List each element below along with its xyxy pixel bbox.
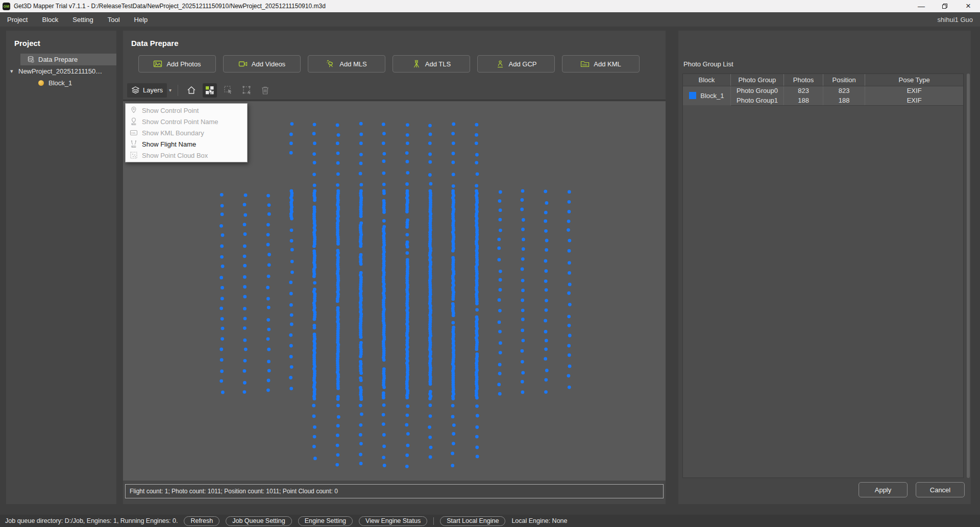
map-toolbar: Layers ▾ (123, 81, 666, 100)
svg-text:NAME: NAME (132, 146, 137, 148)
menu-bar: Project Block Setting Tool Help shihui1 … (0, 12, 980, 27)
col-photo-group[interactable]: Photo Group (730, 74, 783, 86)
svg-text:NAME: NAME (132, 123, 137, 125)
block-color-swatch (689, 92, 696, 99)
add-gcp-button[interactable]: Add GCP (477, 55, 555, 73)
table-header-row: Block Photo Group Photos Position Pose T… (683, 74, 963, 86)
button-label: Add MLS (339, 60, 366, 68)
tree-item-block-1[interactable]: Block_1 (6, 77, 116, 89)
menu-item-label: Show Control Point (142, 107, 199, 114)
window-title: Get3D Mapper Trial v7.1.1 - D:/ReleaseTe… (14, 3, 326, 10)
layers-menu: Show Control Point NAME Show Control Poi… (125, 103, 248, 162)
control-point-pin-icon (130, 106, 138, 114)
col-photos[interactable]: Photos (784, 74, 823, 86)
user-name: shihui1 Guo (938, 16, 980, 23)
project-panel-title: Project (6, 31, 116, 47)
scrollbar[interactable] (967, 74, 970, 478)
photo-group-list-title: Photo Group List (683, 60, 733, 68)
map-status-text: Flight count: 1; Photo count: 1011; Posi… (130, 488, 338, 495)
add-mls-button[interactable]: Add MLS (308, 55, 385, 73)
table-row[interactable]: Block_1 Photo Group0 823 823 EXIF (683, 86, 963, 95)
project-panel: Project Data Prepare ▾ NewProject_202512… (6, 31, 116, 504)
button-label: Add GCP (509, 60, 537, 68)
engine-setting-button[interactable]: Engine Setting (298, 516, 353, 526)
menu-item-show-point-cloud-box: Show Point Cloud Box (126, 150, 247, 161)
group-pose: EXIF (865, 86, 963, 95)
video-icon (238, 60, 248, 68)
menu-item-show-control-point: Show Control Point (126, 105, 247, 116)
photo-icon (153, 60, 162, 68)
button-label: Add Videos (252, 60, 285, 68)
add-kml-button[interactable]: KML Add KML (562, 55, 640, 73)
local-engine-status-text: Local Engine: None (511, 517, 567, 524)
group-position: 188 (823, 95, 865, 105)
flight-name-icon: NAME (130, 140, 138, 148)
mls-scanner-icon (326, 60, 335, 68)
menu-item-show-control-point-name: NAME Show Control Point Name (126, 116, 247, 127)
block-cell[interactable]: Block_1 (683, 86, 730, 105)
data-prepare-panel: Data Prepare Add Photos Add Videos Add M… (123, 31, 666, 504)
start-local-engine-button[interactable]: Start Local Engine (440, 516, 505, 526)
menu-help[interactable]: Help (127, 12, 155, 27)
group-name: Photo Group0 (730, 86, 783, 95)
add-buttons-row: Add Photos Add Videos Add MLS Add TLS Ad… (138, 55, 640, 73)
add-videos-button[interactable]: Add Videos (223, 55, 301, 73)
close-button[interactable]: × (957, 0, 980, 12)
group-position: 823 (823, 86, 865, 95)
layers-dropdown-button[interactable]: Layers (127, 83, 167, 98)
job-queue-status-text: Job queue directory: D:/Job, Engines: 1,… (5, 517, 178, 524)
fit-view-button[interactable] (203, 83, 217, 98)
menu-item-label: Show Point Cloud Box (142, 152, 208, 159)
menu-tool[interactable]: Tool (101, 12, 127, 27)
app-logo-icon: GM (3, 3, 10, 10)
select-cursor-icon (224, 85, 233, 95)
kml-folder-icon: KML (580, 60, 590, 68)
col-block[interactable]: Block (683, 74, 730, 86)
add-tls-button[interactable]: Add TLS (393, 55, 470, 73)
button-label: Add KML (594, 60, 621, 68)
project-tree: Data Prepare ▾ NewProject_20251211150910… (6, 54, 116, 89)
layers-chevron-icon[interactable]: ▾ (167, 87, 174, 93)
job-queue-setting-button[interactable]: Job Queue Setting (226, 516, 292, 526)
point-cloud-box-icon (130, 151, 138, 159)
cancel-button[interactable]: Cancel (916, 482, 965, 497)
view-engine-status-button[interactable]: View Engine Status (359, 516, 427, 526)
group-photos: 823 (784, 86, 823, 95)
photo-group-table: Block Photo Group Photos Position Pose T… (683, 74, 963, 106)
workspace: Project Data Prepare ▾ NewProject_202512… (0, 27, 980, 515)
map-status-bar: Flight count: 1; Photo count: 1011; Posi… (125, 484, 664, 498)
trash-icon (261, 86, 270, 95)
page-title: Data Prepare (123, 31, 666, 47)
engine-status-bar: Job queue directory: D:/Job, Engines: 1,… (0, 515, 980, 527)
menu-item-show-flight-name[interactable]: NAME Show Flight Name (126, 138, 247, 150)
group-name: Photo Group1 (730, 95, 783, 105)
menu-setting[interactable]: Setting (65, 12, 100, 27)
menu-item-label: Show Control Point Name (142, 118, 218, 126)
fit-view-icon (205, 85, 215, 95)
menu-item-label: Show Flight Name (142, 140, 196, 148)
tree-item-project[interactable]: ▾ NewProject_20251211150910 (6, 65, 116, 77)
refresh-button[interactable]: Refresh (184, 516, 219, 526)
add-photos-button[interactable]: Add Photos (138, 55, 216, 73)
chevron-down-icon[interactable]: ▾ (10, 68, 18, 75)
col-pose-type[interactable]: Pose Type (865, 74, 963, 86)
photo-group-list: Block Photo Group Photos Position Pose T… (682, 74, 964, 478)
control-point-name-icon: NAME (130, 117, 138, 126)
restore-button[interactable] (933, 0, 957, 12)
button-label: Add TLS (425, 60, 451, 68)
minimize-button[interactable]: — (910, 0, 933, 12)
polygon-select-button (239, 83, 254, 98)
toolbar-separator (178, 85, 178, 96)
menu-block[interactable]: Block (35, 12, 65, 27)
tree-item-data-prepare[interactable]: Data Prepare (20, 54, 116, 65)
svg-text:KML: KML (582, 63, 588, 66)
panel-actions: Apply Cancel (859, 482, 965, 497)
group-photos: 188 (784, 95, 823, 105)
apply-button[interactable]: Apply (859, 482, 908, 497)
col-position[interactable]: Position (823, 74, 865, 86)
menu-project[interactable]: Project (0, 12, 35, 27)
home-view-button[interactable] (184, 83, 199, 98)
statusbar-separator (433, 517, 434, 525)
title-bar: GM Get3D Mapper Trial v7.1.1 - D:/Releas… (0, 0, 980, 12)
button-label: Add Photos (166, 60, 201, 68)
